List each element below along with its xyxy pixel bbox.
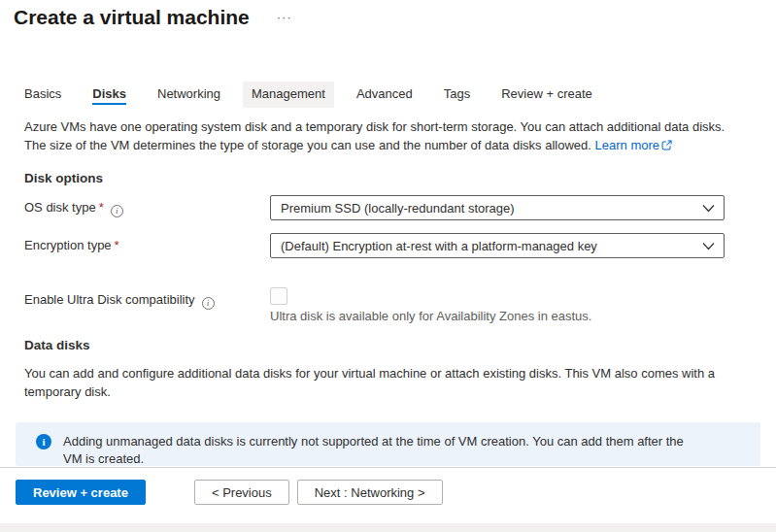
disk-options-heading: Disk options [24,171,776,185]
encryption-type-value: (Default) Encryption at-rest with a plat… [281,239,597,253]
bottom-edge-strip [0,523,776,532]
ultra-disk-control: Ultra disk is available only for Availab… [270,287,591,324]
next-networking-button[interactable]: Next : Networking > [297,480,443,505]
more-options-button[interactable]: ··· [277,10,292,24]
os-disk-type-value: Premium SSD (locally-redundant storage) [281,201,515,216]
encryption-type-label: Encryption type* [24,233,270,253]
required-asterisk: * [99,200,104,215]
previous-button[interactable]: < Previous [194,480,289,505]
intro-paragraph: Azure VMs have one operating system disk… [24,117,743,155]
tab-advanced[interactable]: Advanced [348,82,422,108]
ultra-disk-label-text: Enable Ultra Disk compatibility [24,292,195,307]
ultra-disk-helper-text: Ultra disk is available only for Availab… [270,309,591,324]
ultra-disk-checkbox[interactable] [270,287,287,305]
tab-management[interactable]: Management [243,82,334,108]
tab-tags[interactable]: Tags [435,82,479,108]
info-banner-text: Adding unmanaged data disks is currently… [63,433,704,466]
os-disk-type-dropdown[interactable]: Premium SSD (locally-redundant storage) [270,195,725,220]
encryption-type-label-text: Encryption type [24,238,112,252]
info-icon[interactable] [111,205,123,217]
os-disk-type-label-text: OS disk type [24,200,96,215]
wizard-tabs: Basics Disks Networking Management Advan… [16,82,776,108]
tab-review-create[interactable]: Review + create [492,82,601,108]
page-header: Create a virtual machine ··· [0,0,776,29]
vm-create-page: Create a virtual machine ··· Basics Disk… [0,0,776,532]
info-banner: Adding unmanaged data disks is currently… [16,422,760,466]
learn-more-link[interactable]: Learn more [595,138,672,152]
wizard-footer: Review + create < Previous Next : Networ… [0,467,776,522]
data-disks-heading: Data disks [24,338,776,352]
encryption-type-dropdown[interactable]: (Default) Encryption at-rest with a plat… [270,233,725,258]
ultra-disk-label: Enable Ultra Disk compatibility [24,287,270,310]
info-banner-icon [36,434,51,449]
encryption-type-row: Encryption type* (Default) Encryption at… [24,233,776,258]
tab-networking[interactable]: Networking [149,82,229,108]
page-title: Create a virtual machine [14,6,250,29]
os-disk-type-label: OS disk type* [24,195,270,217]
ultra-disk-row: Enable Ultra Disk compatibility Ultra di… [24,287,776,324]
info-icon[interactable] [202,297,215,310]
external-link-icon [661,139,672,153]
required-asterisk: * [115,238,119,252]
chevron-down-icon [702,239,715,253]
tab-basics[interactable]: Basics [16,82,70,108]
tab-disks[interactable]: Disks [84,82,135,108]
footer-buttons: Review + create < Previous Next : Networ… [0,468,776,505]
review-create-button[interactable]: Review + create [16,480,146,505]
os-disk-type-row: OS disk type* Premium SSD (locally-redun… [24,195,776,220]
data-disks-description: You can add and configure additional dat… [24,364,743,401]
learn-more-label: Learn more [595,138,659,152]
chevron-down-icon [702,201,715,216]
